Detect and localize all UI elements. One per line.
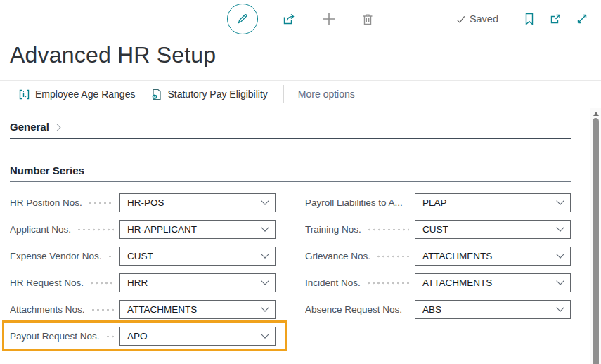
dotted-leader bbox=[91, 308, 114, 311]
general-section: General bbox=[10, 121, 571, 139]
field-row-absence-request-nos: Absence Request Nos. ABS bbox=[305, 296, 571, 323]
dotted-leader bbox=[105, 335, 114, 338]
action-label: Statutory Pay Eligibility bbox=[167, 89, 267, 100]
combobox-value: HR-APPLICANT bbox=[127, 224, 262, 235]
chevron-down-icon[interactable] bbox=[261, 223, 269, 231]
field-row-payroll-liabilities-to-a: Payroll Liabilities to A... PLAP bbox=[305, 189, 571, 216]
toolbar-center-group bbox=[227, 4, 375, 34]
field-label: Payroll Liabilities to A... bbox=[305, 197, 403, 208]
number-series-section-header[interactable]: Number Series bbox=[10, 164, 571, 182]
scrollbar-up-arrow[interactable] bbox=[593, 112, 599, 116]
scrollbar-thumb[interactable] bbox=[593, 118, 599, 364]
new-button[interactable] bbox=[321, 11, 337, 27]
combobox-value: CUST bbox=[127, 251, 262, 261]
bookmark-icon bbox=[524, 13, 535, 25]
open-in-new-window-button[interactable] bbox=[549, 13, 562, 25]
dotted-leader bbox=[376, 255, 409, 258]
number-series-fields: HR Position Nos. HR-POS Applicant Nos. H… bbox=[10, 189, 571, 349]
pencil-icon bbox=[235, 12, 250, 26]
field-label: HR Request Nos. bbox=[10, 278, 84, 288]
number-series-section-label: Number Series bbox=[10, 164, 84, 176]
field-combobox[interactable]: HR-APPLICANT bbox=[119, 220, 276, 239]
chevron-down-icon[interactable] bbox=[261, 304, 269, 311]
trash-icon bbox=[361, 12, 375, 26]
dotted-leader bbox=[88, 202, 114, 204]
action-employee-age-ranges[interactable]: Employee Age Ranges bbox=[18, 89, 135, 100]
field-label: Expense Vendor Nos. bbox=[10, 251, 102, 261]
chevron-down-icon[interactable] bbox=[261, 250, 269, 258]
field-label: HR Position Nos. bbox=[10, 197, 82, 208]
chevron-down-icon[interactable] bbox=[556, 304, 564, 311]
field-label: Training Nos. bbox=[305, 224, 361, 235]
field-row-hr-request-nos: HR Request Nos. HRR bbox=[10, 269, 276, 296]
expand-button[interactable] bbox=[576, 13, 588, 25]
statutory-pay-eligibility-icon bbox=[150, 89, 162, 100]
share-icon bbox=[282, 11, 297, 27]
action-bar: Employee Age Ranges Statutory Pay Eligib… bbox=[0, 80, 601, 108]
field-label: Grievance Nos. bbox=[305, 251, 370, 261]
check-icon bbox=[455, 14, 466, 25]
top-toolbar: Saved bbox=[0, 0, 601, 38]
chevron-down-icon[interactable] bbox=[261, 330, 269, 338]
save-status: Saved bbox=[455, 13, 498, 25]
general-section-header[interactable]: General bbox=[10, 121, 571, 139]
field-row-incident-nos: Incident Nos. ATTACHMENTS bbox=[305, 269, 571, 296]
combobox-value: ATTACHMENTS bbox=[422, 251, 557, 261]
dotted-leader bbox=[108, 255, 114, 258]
field-label: Payout Request Nos. bbox=[10, 331, 100, 342]
number-series-section: Number Series HR Position Nos. HR-POS Ap… bbox=[10, 164, 571, 349]
field-combobox[interactable]: CUST bbox=[119, 247, 276, 266]
dotted-leader bbox=[408, 202, 409, 204]
field-combobox[interactable]: CUST bbox=[415, 220, 571, 239]
chevron-down-icon[interactable] bbox=[261, 277, 269, 285]
dotted-leader bbox=[408, 308, 409, 311]
chevron-down-icon[interactable] bbox=[556, 197, 564, 204]
fields-left-column: HR Position Nos. HR-POS Applicant Nos. H… bbox=[10, 189, 276, 349]
chevron-down-icon[interactable] bbox=[556, 250, 564, 258]
combobox-value: PLAP bbox=[422, 197, 557, 208]
field-label: Absence Request Nos. bbox=[305, 304, 402, 315]
chevron-down-icon[interactable] bbox=[556, 277, 564, 285]
chevron-down-icon[interactable] bbox=[261, 197, 269, 204]
dotted-leader bbox=[367, 228, 409, 231]
chevron-down-icon[interactable] bbox=[556, 223, 564, 231]
employee-age-ranges-icon bbox=[18, 89, 30, 100]
field-row-expense-vendor-nos: Expense Vendor Nos. CUST bbox=[10, 242, 276, 269]
field-row-applicant-nos: Applicant Nos. HR-APPLICANT bbox=[10, 216, 276, 242]
edit-button[interactable] bbox=[227, 4, 258, 34]
field-combobox[interactable]: APO bbox=[119, 327, 276, 346]
dotted-leader bbox=[366, 282, 409, 285]
combobox-value: ATTACHMENTS bbox=[127, 304, 262, 315]
field-combobox[interactable]: ATTACHMENTS bbox=[119, 300, 276, 319]
combobox-value: HR-POS bbox=[127, 197, 262, 208]
field-row-hr-position-nos: HR Position Nos. HR-POS bbox=[10, 189, 276, 216]
share-button[interactable] bbox=[282, 11, 297, 27]
field-combobox[interactable]: PLAP bbox=[415, 193, 571, 212]
general-section-label: General bbox=[10, 121, 49, 133]
dotted-leader bbox=[89, 282, 114, 285]
combobox-value: HRR bbox=[127, 278, 262, 288]
bookmark-button[interactable] bbox=[524, 13, 535, 25]
field-combobox[interactable]: HRR bbox=[119, 273, 276, 292]
open-in-new-window-icon bbox=[549, 13, 562, 25]
delete-button[interactable] bbox=[361, 12, 375, 26]
field-combobox[interactable]: HR-POS bbox=[119, 193, 276, 212]
action-bar-divider bbox=[283, 85, 284, 103]
field-combobox[interactable]: ATTACHMENTS bbox=[415, 273, 571, 292]
field-label: Incident Nos. bbox=[305, 278, 361, 288]
action-statutory-pay-eligibility[interactable]: Statutory Pay Eligibility bbox=[150, 89, 267, 100]
advanced-hr-setup-page: Saved bbox=[0, 0, 601, 349]
field-row-grievance-nos: Grievance Nos. ATTACHMENTS bbox=[305, 242, 571, 269]
dotted-leader bbox=[77, 228, 114, 231]
field-label: Applicant Nos. bbox=[10, 224, 71, 235]
vertical-scrollbar[interactable] bbox=[590, 108, 601, 364]
field-row-training-nos: Training Nos. CUST bbox=[305, 216, 571, 242]
field-label: Attachments Nos. bbox=[10, 304, 85, 315]
field-combobox[interactable]: ABS bbox=[415, 300, 571, 319]
more-options-button[interactable]: More options bbox=[298, 89, 355, 100]
combobox-value: ABS bbox=[422, 304, 557, 315]
chevron-right-icon bbox=[53, 124, 60, 131]
toolbar-right-group: Saved bbox=[455, 13, 588, 25]
field-combobox[interactable]: ATTACHMENTS bbox=[415, 247, 571, 266]
combobox-value: ATTACHMENTS bbox=[422, 278, 557, 288]
